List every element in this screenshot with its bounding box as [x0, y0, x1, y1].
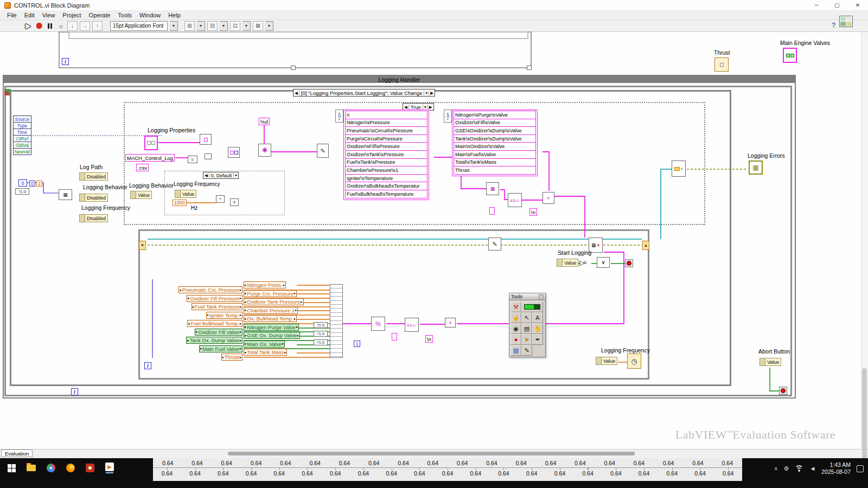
window-titlebar[interactable]: CONTROL.vi Block Diagram ─ ▢ ✕: [0, 0, 868, 11]
array-element[interactable]: Oxidizer\sFill\sPressure: [345, 142, 427, 151]
concatenate-strings-node[interactable]: ≡: [445, 318, 456, 328]
array-element[interactable]: Oxidizer\sBulkhead\sTemperatur: [345, 182, 427, 190]
close-button[interactable]: ✕: [847, 0, 868, 10]
tool-icon[interactable]: ☝: [510, 312, 521, 323]
wait-ms-clock-node[interactable]: ◷: [627, 354, 641, 369]
case-dropdown-icon[interactable]: ▾: [233, 173, 238, 178]
align-caret-icon[interactable]: ▾: [197, 21, 205, 31]
array-to-spreadsheet-string-node[interactable]: a,b,c↓: [508, 193, 522, 207]
write-node[interactable]: ✎: [317, 144, 329, 158]
local-variable[interactable]: ▸Oxidizer Tank Pressure▸: [244, 298, 304, 305]
tool-auto-led[interactable]: [521, 301, 543, 312]
function-node[interactable]: [228, 147, 240, 158]
function-node[interactable]: ▦: [59, 189, 72, 200]
retain-wire-values-icon[interactable]: ↓: [67, 21, 78, 31]
tool-auto-select-icon[interactable]: ⚒: [510, 301, 521, 312]
evaluation-tab[interactable]: Evaluation: [1, 450, 33, 457]
numeric-constant[interactable]: 0: [29, 181, 35, 187]
tool-icon[interactable]: ▤: [521, 323, 532, 334]
abort-button-toolbar[interactable]: [35, 21, 43, 31]
logging-behavior-value-property[interactable]: Value: [130, 191, 152, 199]
tool-icon[interactable]: A: [532, 312, 543, 323]
array-element[interactable]: Oxidizer\sTank\sPressure: [345, 150, 427, 159]
local-variable[interactable]: ▸Purge Cct. Pressure▸: [244, 290, 297, 297]
case-dropdown-icon[interactable]: ▾: [424, 91, 429, 95]
frequency-constant[interactable]: 1000: [173, 200, 187, 206]
logging-properties-control-icon[interactable]: [144, 136, 158, 150]
numeric-constant[interactable]: 1: [354, 341, 360, 347]
string-constant-small[interactable]: [392, 333, 397, 341]
select-node[interactable]: ?1:0: [314, 339, 328, 345]
firefox-icon[interactable]: [66, 464, 75, 472]
concatenate-node[interactable]: ≡: [188, 156, 197, 163]
chrome-icon[interactable]: [47, 464, 55, 472]
number-to-string-node[interactable]: %: [371, 317, 385, 331]
array-element[interactable]: Fuel\sBulkhead\sTemperature: [345, 190, 427, 198]
iteration-terminal[interactable]: i: [62, 58, 69, 65]
next-case-icon[interactable]: ▶: [427, 105, 433, 110]
array-element[interactable]: Main\sFuel\sValve: [454, 150, 536, 159]
local-variable[interactable]: ▸Igniter Temp.▸: [206, 312, 242, 319]
prev-case-icon[interactable]: ◀: [293, 91, 299, 95]
array-element[interactable]: Fuel\sTank\sPressure: [345, 158, 427, 167]
settings-tray-icon[interactable]: ⚙: [784, 465, 789, 472]
minimize-button[interactable]: ─: [806, 0, 827, 10]
tool-icon[interactable]: ◉: [510, 323, 521, 334]
numeric-constant[interactable]: 2: [36, 181, 42, 187]
file-explorer-icon[interactable]: [27, 465, 36, 471]
array-element[interactable]: Total\sTank\sMass: [454, 158, 536, 167]
tool-icon[interactable]: ✋: [532, 323, 543, 334]
resize-caret-icon[interactable]: ▾: [242, 21, 251, 31]
logging-frequency-value-property[interactable]: Value: [175, 190, 196, 198]
event-data-node[interactable]: SourceTypeTimeCtlRefOldValNewVal: [13, 116, 31, 155]
numeric-constant[interactable]: 0: [18, 179, 27, 187]
pause-button[interactable]: [46, 21, 54, 31]
array-to-spreadsheet-string-node[interactable]: a,b,c↓: [405, 318, 419, 332]
menu-item[interactable]: Tools: [114, 12, 136, 18]
thrust-terminal-icon[interactable]: [714, 57, 729, 72]
shift-register-left[interactable]: ▼: [139, 241, 146, 250]
font-selector[interactable]: 15pt Application Font: [110, 21, 168, 31]
function-node[interactable]: [205, 153, 212, 159]
local-variable[interactable]: ▸Oxidizer Fill Pressure▸: [187, 295, 242, 302]
case-dropdown-icon[interactable]: ▾: [423, 105, 427, 110]
channel-name-array-2[interactable]: ▴0▾ Nitrogen\sPurge\sValveOxidizer\sFill…: [444, 110, 538, 176]
menu-item[interactable]: Help: [164, 12, 184, 18]
reorder-caret-icon[interactable]: ▾: [265, 21, 273, 31]
log-path-property-node[interactable]: Disabled: [79, 172, 108, 181]
open-create-file-node[interactable]: +: [672, 160, 686, 177]
hidden-icons-chevron[interactable]: ∧: [774, 466, 778, 471]
channel-name-array-1[interactable]: ▴0▾ nNitrogen\sPressurePneumatic\sCircui…: [335, 110, 429, 200]
step-over-icon[interactable]: →: [80, 21, 90, 31]
interleave-arrays-node[interactable]: ▦: [486, 182, 499, 195]
resize-objects-button[interactable]: ⊡: [230, 21, 240, 31]
array-element[interactable]: Oxidizer\sFill\sValve: [454, 119, 536, 127]
array-element[interactable]: Tank\sOxidizer\sDump\sValve: [454, 134, 536, 143]
array-element[interactable]: Pneumatic\sCircuit\sPressure: [345, 126, 427, 135]
function-node[interactable]: [200, 134, 212, 145]
main-engine-valves-terminal-icon[interactable]: [783, 48, 797, 63]
array-index[interactable]: ▴0▾: [444, 110, 452, 123]
maximize-button[interactable]: ▢: [827, 0, 847, 10]
newline-constant[interactable]: \n: [425, 335, 433, 343]
tool-icon[interactable]: ✒: [532, 334, 543, 345]
outer-loop-stop-terminal[interactable]: [779, 387, 787, 395]
format-string-constant[interactable]: %d: [259, 118, 270, 125]
write-to-file-node[interactable]: ✎: [488, 237, 501, 251]
array-element[interactable]: n: [345, 111, 427, 119]
newline-constant[interactable]: \n: [529, 208, 537, 216]
taskbar-clock[interactable]: 1:43 AM2025-08-07: [821, 461, 851, 476]
iteration-terminal[interactable]: i: [144, 362, 151, 369]
context-help-button[interactable]: ?: [832, 22, 835, 29]
select-node[interactable]: ?1:0: [314, 331, 328, 337]
menu-item[interactable]: Operate: [85, 12, 114, 18]
build-array-node[interactable]: [330, 284, 343, 358]
tools-palette[interactable]: Tools ⚒ ☝↖A◉▤✋●➤✒▧✎: [509, 293, 546, 357]
local-variable[interactable]: ▸Main Ox. Valve▸: [244, 341, 285, 348]
distribute-caret-icon[interactable]: ▾: [220, 21, 228, 31]
notification-center-icon[interactable]: [857, 465, 864, 472]
prev-case-icon[interactable]: ◀: [403, 105, 409, 110]
horizontal-scrollbar-thumb[interactable]: [228, 452, 635, 455]
loop-stop-terminal[interactable]: [625, 259, 633, 267]
logging-frequency-property-node[interactable]: Disabled: [79, 214, 108, 222]
